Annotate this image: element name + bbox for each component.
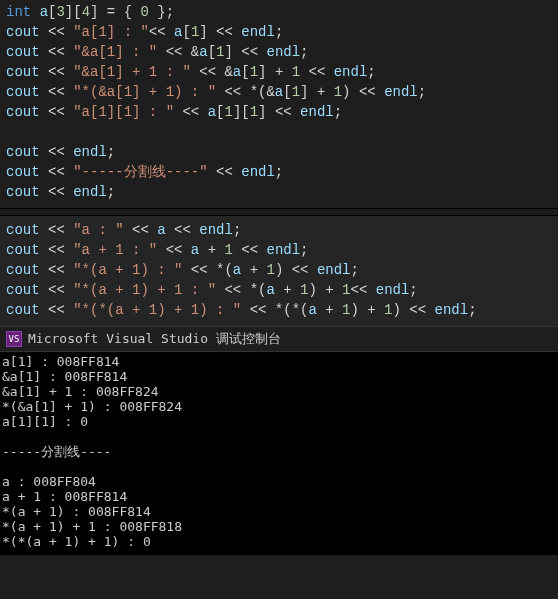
code-top-line[interactable]: cout << "*(&a[1] + 1) : " << *(&a[1] + 1… <box>0 82 558 102</box>
code-token: endl <box>73 184 107 200</box>
code-token: cout <box>6 84 40 100</box>
code-token: cout <box>6 104 40 120</box>
code-top-line[interactable]: cout << "a[1] : "<< a[1] << endl; <box>0 22 558 42</box>
code-token: cout <box>6 44 40 60</box>
code-token: "a[1] : " <box>73 24 149 40</box>
pane-divider <box>0 208 558 216</box>
code-token: 1 <box>292 64 300 80</box>
code-bottom-line[interactable]: cout << "*(a + 1) + 1 : " << *(a + 1) + … <box>0 280 558 300</box>
code-token: endl <box>300 104 334 120</box>
code-token: ; <box>275 24 283 40</box>
code-token: 1 <box>334 84 342 100</box>
code-token: + <box>275 282 300 298</box>
code-token: endl <box>266 242 300 258</box>
code-editor-bottom[interactable]: cout << "a : " << a << endl;cout << "a +… <box>0 216 558 326</box>
code-token: 1 <box>250 104 258 120</box>
code-bottom-line[interactable]: cout << "*(*(a + 1) + 1) : " << *(*(a + … <box>0 300 558 320</box>
code-token: endl <box>435 302 469 318</box>
console-line: a[1][1] : 0 <box>2 414 556 429</box>
debug-console-titlebar[interactable]: VS Microsoft Visual Studio 调试控制台 <box>0 327 558 352</box>
code-token: + <box>317 302 342 318</box>
console-line: a : 008FF804 <box>2 474 556 489</box>
code-token: [ <box>241 64 249 80</box>
code-token: << <box>233 44 267 60</box>
code-token: << <box>233 242 267 258</box>
code-token: cout <box>6 302 40 318</box>
code-token: << <box>166 222 200 238</box>
console-line <box>2 459 556 474</box>
code-token: a <box>157 222 165 238</box>
code-token: << & <box>157 44 199 60</box>
code-token: << <box>208 24 242 40</box>
code-token: cout <box>6 184 40 200</box>
code-token: cout <box>6 24 40 40</box>
code-token: << <box>300 64 334 80</box>
code-token: << <box>40 262 74 278</box>
code-top-line[interactable]: int a[3][4] = { 0 }; <box>0 2 558 22</box>
code-token: << <box>40 222 74 238</box>
code-token: ; <box>334 104 342 120</box>
code-token: [ <box>182 24 190 40</box>
code-token: ; <box>468 302 476 318</box>
code-token: "-----分割线----" <box>73 164 207 180</box>
code-token: ; <box>300 44 308 60</box>
code-top-line[interactable]: cout << "a[1][1] : " << a[1][1] << endl; <box>0 102 558 122</box>
console-line: &a[1] + 1 : 008FF824 <box>2 384 556 399</box>
console-line <box>2 429 556 444</box>
code-bottom-line[interactable]: cout << "a : " << a << endl; <box>0 220 558 240</box>
console-line: a[1] : 008FF814 <box>2 354 556 369</box>
code-token: 3 <box>56 4 64 20</box>
code-token: ; <box>351 262 359 278</box>
debug-console-output[interactable]: a[1] : 008FF814&a[1] : 008FF814&a[1] + 1… <box>0 352 558 555</box>
code-token: cout <box>6 282 40 298</box>
code-token: ] <box>199 24 207 40</box>
code-token: endl <box>241 24 275 40</box>
code-token: << *( <box>182 262 232 278</box>
code-token: ; <box>409 282 417 298</box>
console-line: -----分割线---- <box>2 444 556 459</box>
code-token: << <box>149 24 174 40</box>
code-token: << <box>157 242 191 258</box>
code-token: "*(a + 1) + 1 : " <box>73 282 216 298</box>
code-token: ][ <box>233 104 250 120</box>
code-top-line[interactable]: cout << endl; <box>0 142 558 162</box>
code-token: << <box>174 104 208 120</box>
code-token: a <box>275 84 283 100</box>
code-token: a <box>233 262 241 278</box>
code-token: ; <box>367 64 375 80</box>
code-bottom-line[interactable]: cout << "a + 1 : " << a + 1 << endl; <box>0 240 558 260</box>
code-token: 1 <box>342 282 350 298</box>
code-token: << <box>40 24 74 40</box>
code-bottom-line[interactable]: cout << "*(a + 1) : " << *(a + 1) << end… <box>0 260 558 280</box>
code-token: int <box>6 4 31 20</box>
code-top-line[interactable] <box>0 122 558 142</box>
code-token <box>31 4 39 20</box>
code-token: "*(*(a + 1) + 1) : " <box>73 302 241 318</box>
code-token: a <box>191 242 199 258</box>
code-token: a <box>233 64 241 80</box>
code-token: "a + 1 : " <box>73 242 157 258</box>
code-token: ) + <box>351 302 385 318</box>
code-token: cout <box>6 144 40 160</box>
code-token: endl <box>334 64 368 80</box>
code-token: << <box>351 282 376 298</box>
code-token: ) << <box>393 302 435 318</box>
code-token: << <box>267 104 301 120</box>
code-token: << <box>40 302 74 318</box>
code-token: 1 <box>250 64 258 80</box>
code-top-line[interactable]: cout << "-----分割线----" << endl; <box>0 162 558 182</box>
code-token: + <box>266 64 291 80</box>
code-token: "*(a + 1) : " <box>73 262 182 278</box>
code-token: << <box>40 282 74 298</box>
code-token: cout <box>6 64 40 80</box>
code-top-line[interactable]: cout << "&a[1] + 1 : " << &a[1] + 1 << e… <box>0 62 558 82</box>
code-token: ] <box>258 104 266 120</box>
code-token: "&a[1] : " <box>73 44 157 60</box>
console-line: a + 1 : 008FF814 <box>2 489 556 504</box>
code-token: << <box>40 144 74 160</box>
code-top-line[interactable]: cout << "&a[1] : " << &a[1] << endl; <box>0 42 558 62</box>
code-top-line[interactable]: cout << endl; <box>0 182 558 202</box>
code-token: + <box>199 242 224 258</box>
code-token: << *( <box>216 282 266 298</box>
code-editor-top[interactable]: int a[3][4] = { 0 };cout << "a[1] : "<< … <box>0 0 558 208</box>
